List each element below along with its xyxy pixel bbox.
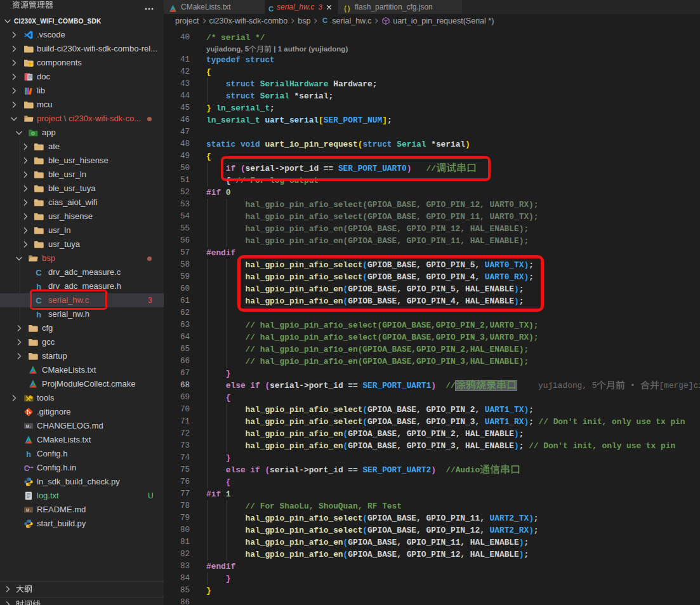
svg-text:h: h xyxy=(36,310,41,319)
svg-text:C: C xyxy=(322,17,327,24)
svg-text:C: C xyxy=(268,5,274,13)
svg-text:M↓: M↓ xyxy=(26,508,32,512)
svg-text:++: ++ xyxy=(28,465,33,470)
svg-text:M↓: M↓ xyxy=(26,424,32,429)
svg-text:h: h xyxy=(26,450,31,459)
svg-text:C: C xyxy=(36,268,42,277)
